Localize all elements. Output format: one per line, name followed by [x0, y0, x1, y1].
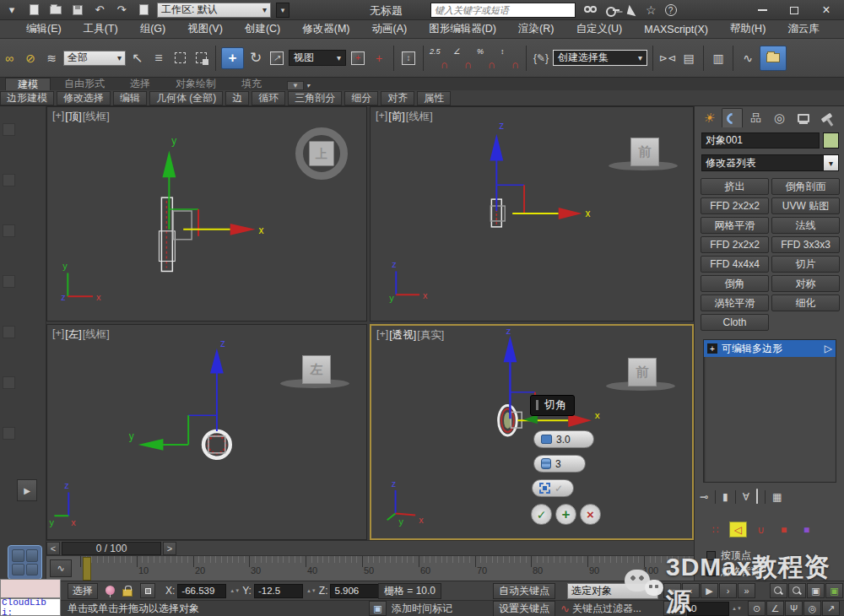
new-file-icon[interactable] [25, 3, 42, 18]
z-coordinate-field[interactable]: 5.906 [330, 584, 379, 598]
menu-edit[interactable]: 编辑(E) [15, 22, 73, 36]
use-pivot-center-icon[interactable]: + [349, 48, 367, 68]
viewport-front-label[interactable]: [+] [前] [线框] [376, 110, 433, 124]
modifier-stack[interactable]: + 可编辑多边形 ▷ [703, 339, 836, 483]
menu-tools[interactable]: 工具(T) [73, 22, 129, 36]
isolate-selection-icon[interactable] [106, 586, 115, 597]
menu-liuyunku[interactable]: 溜云库 [776, 22, 830, 36]
viewport-front[interactable]: [+] [前] [线框] 前 z x z x y [370, 106, 694, 322]
viewport-left-label[interactable]: [+] [左] [线框] [52, 327, 110, 342]
modifier-normal[interactable]: 法线 [771, 217, 840, 234]
viewport-shading[interactable]: [线框] [406, 110, 433, 124]
left-toolbar-icon[interactable] [3, 224, 15, 237]
modify-tab-icon[interactable] [722, 108, 743, 127]
caddy-segments-field[interactable]: 3 [533, 455, 586, 473]
viewport-menu-plus[interactable]: [+] [376, 328, 388, 343]
modifier-ffd2b[interactable]: FFD 2x2x2 [701, 236, 769, 253]
sub-object-vertex-icon[interactable]: ∷ [706, 521, 724, 538]
favorites-star-icon[interactable]: ☆ [646, 3, 657, 17]
panel-loops[interactable]: 循环 [252, 91, 285, 105]
viewport-menu-plus[interactable]: [+] [52, 327, 64, 342]
auto-key-button[interactable]: 自动关键点 [493, 583, 555, 599]
menu-create[interactable]: 创建(C) [234, 22, 291, 36]
viewport-layout-tab-button[interactable] [8, 545, 42, 580]
expand-strip-button[interactable]: ▶ [17, 479, 37, 501]
modifier-ffd3[interactable]: FFD 3x3x3 [771, 236, 840, 253]
tab-populate[interactable]: 填充 [230, 78, 273, 90]
tab-freeform[interactable]: 自由形式 [52, 78, 116, 90]
workspace-dropdown[interactable]: 工作区: 默认 ▾ [157, 3, 271, 18]
tab-selection[interactable]: 选择 [118, 78, 162, 90]
object-color-swatch[interactable] [823, 132, 839, 149]
create-tab-icon[interactable]: ☀ [698, 108, 719, 127]
modifier-ffd4[interactable]: FFD 4x4x4 [701, 256, 769, 273]
modifier-symmetry[interactable]: 对称 [771, 275, 840, 292]
display-tab-icon[interactable] [793, 108, 814, 127]
viewport-menu-plus[interactable]: [+] [52, 110, 64, 124]
menu-help[interactable]: 帮助(H) [719, 22, 776, 36]
search-input[interactable] [431, 5, 575, 15]
spinner-snap-icon[interactable]: ↕ ∩ [500, 47, 521, 69]
modifier-slice[interactable]: 切片 [771, 256, 840, 273]
workspace-menu-button[interactable]: ▾ [276, 3, 289, 18]
modifier-extrude[interactable]: 挤出 [701, 178, 769, 195]
modifier-uvw-map[interactable]: UVW 贴图 [771, 197, 840, 214]
object-name-field[interactable]: 对象001 [701, 132, 820, 149]
unlink-selection-icon[interactable]: ⊘ [21, 48, 40, 68]
maxscript-listener-macro[interactable] [0, 579, 61, 598]
project-toolbar-icon[interactable] [135, 3, 152, 18]
edit-named-selection-sets-icon[interactable]: {✎} [532, 48, 550, 68]
viewport-name[interactable]: [透视] [389, 328, 416, 343]
quick-access-overflow-icon[interactable]: ▾ [3, 3, 20, 18]
y-coordinate-field[interactable]: -12.5 [254, 584, 303, 598]
close-button[interactable]: × [810, 0, 842, 20]
panel-modify-selection[interactable]: 修改选择 [57, 91, 111, 105]
rectangular-selection-region-icon[interactable] [170, 48, 189, 68]
window-crossing-icon[interactable] [192, 48, 210, 68]
caddy-ok-button[interactable]: ✓ [531, 504, 552, 525]
mini-curve-editor-icon[interactable]: ∿ [50, 559, 72, 577]
viewport-menu-plus[interactable]: [+] [376, 110, 387, 124]
menu-maxscript[interactable]: MAXScript(X) [633, 24, 719, 35]
modifier-ffd2[interactable]: FFD 2x2x2 [701, 197, 769, 214]
maximize-button[interactable] [778, 0, 810, 20]
modifier-cloth[interactable]: Cloth [701, 314, 769, 331]
bind-to-spacewarp-icon[interactable]: ≋ [42, 48, 61, 68]
panel-polygon-modeling[interactable]: 边形建模 [0, 91, 54, 105]
make-unique-icon[interactable]: ∀ [743, 491, 749, 503]
set-key-button[interactable]: 设置关键点 [493, 601, 555, 616]
open-file-icon[interactable] [47, 3, 64, 18]
curve-editor-icon[interactable]: ∿ [738, 48, 757, 68]
previous-frame-button[interactable]: < [46, 542, 60, 555]
minimize-button[interactable] [746, 0, 778, 20]
panel-tris[interactable]: 三角剖分 [288, 91, 342, 105]
selection-lock-icon[interactable] [122, 589, 133, 597]
left-toolbar-icon[interactable] [3, 427, 15, 440]
viewport-persp-label[interactable]: [+] [透视] [真实] [376, 328, 444, 343]
left-toolbar-icon[interactable] [3, 275, 15, 288]
stack-expand-icon[interactable]: + [707, 343, 717, 354]
caddy-cancel-button[interactable]: × [580, 504, 601, 525]
communication-center-icon[interactable] [627, 4, 638, 15]
layer-manager-icon[interactable]: ▥ [709, 48, 728, 68]
menu-graph-editors[interactable]: 图形编辑器(D) [418, 22, 507, 36]
viewport-shading[interactable]: [线框] [83, 110, 110, 124]
viewport-name[interactable]: [前] [388, 110, 404, 124]
sub-object-border-icon[interactable]: ∪ [752, 521, 770, 538]
y-spinner[interactable]: ▲▼ [306, 589, 316, 593]
sub-object-edge-icon[interactable]: ◁ [729, 521, 747, 538]
select-and-link-icon[interactable]: ∞ [0, 48, 19, 68]
selection-filter-dropdown[interactable]: 全部 ▾ [63, 51, 126, 66]
stack-item-editable-poly[interactable]: + 可编辑多边形 ▷ [704, 340, 836, 357]
percent-snap-icon[interactable]: % ∩ [476, 47, 497, 69]
undo-icon[interactable]: ↶ [91, 3, 108, 18]
panel-properties[interactable]: 属性 [417, 91, 451, 105]
left-toolbar-icon[interactable] [3, 376, 15, 389]
select-object-icon[interactable]: ↖ [128, 48, 147, 68]
align-icon[interactable]: ▤ [679, 48, 698, 68]
menu-views[interactable]: 视图(V) [176, 22, 234, 36]
named-selection-set-dropdown[interactable]: 创建选择集 ▾ [553, 50, 647, 66]
track-bar-ruler[interactable]: 0 10 20 30 40 50 60 70 80 90 100 [80, 556, 692, 581]
next-frame-button[interactable]: > [163, 542, 176, 555]
menu-animation[interactable]: 动画(A) [360, 22, 418, 36]
